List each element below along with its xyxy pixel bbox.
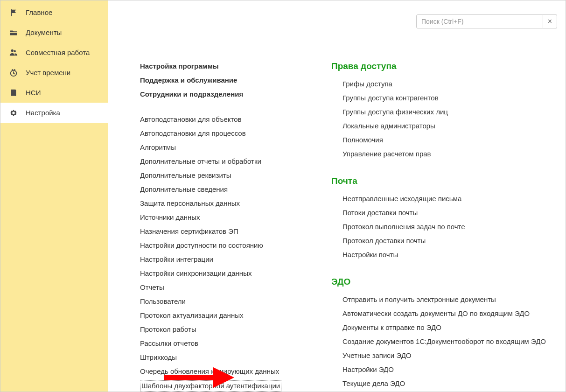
link-item[interactable]: Грифы доступа	[331, 77, 555, 91]
link-item[interactable]: Настройки синхронизации данных	[140, 266, 308, 280]
spacer	[331, 262, 555, 275]
link-item[interactable]: Создание документов 1С:Документооборот п…	[331, 335, 555, 349]
link-item[interactable]: Протокол актуализации данных	[140, 308, 308, 322]
columns: Настройка программы Поддержка и обслужив…	[119, 59, 555, 392]
section-edo[interactable]: ЭДО	[331, 275, 555, 289]
sidebar-item-documents[interactable]: Документы	[0, 22, 108, 42]
link-item[interactable]: Протокол доставки почты	[331, 234, 555, 248]
link-item[interactable]: Учетные записи ЭДО	[331, 349, 555, 363]
link-item[interactable]: Очередь обновления кэширующих данных	[140, 364, 308, 378]
sidebar: Главное Документы Совместная работа Учет…	[0, 0, 108, 392]
link-program-settings[interactable]: Настройка программы	[140, 59, 308, 73]
search-bar: ×	[416, 14, 557, 28]
sidebar-item-label: Настройка	[26, 109, 60, 117]
link-item[interactable]: Дополнительные отчеты и обработки	[140, 154, 308, 168]
link-item[interactable]: Потоки доставки почты	[331, 206, 555, 220]
clock-icon	[9, 68, 18, 77]
link-item[interactable]: Источники данных	[140, 210, 308, 224]
section-mail[interactable]: Почта	[331, 174, 555, 188]
column-left: Настройка программы Поддержка и обслужив…	[140, 59, 308, 392]
link-item[interactable]: Неотправленные исходящие письма	[331, 192, 555, 206]
link-item[interactable]: Группы доступа контрагентов	[331, 91, 555, 105]
sidebar-item-main[interactable]: Главное	[0, 2, 108, 22]
link-item[interactable]: Штрихкоды	[140, 350, 308, 364]
sidebar-item-label: Учет времени	[26, 69, 70, 77]
link-two-factor-templates[interactable]: Шаблоны двухфакторной аутентификации	[140, 380, 281, 392]
sidebar-item-collaboration[interactable]: Совместная работа	[0, 42, 108, 63]
link-item[interactable]: Пользователи	[140, 294, 308, 308]
sidebar-item-label: Главное	[26, 8, 52, 16]
app-frame: Главное Документы Совместная работа Учет…	[0, 0, 566, 392]
link-item[interactable]: Отчеты	[140, 280, 308, 294]
link-item[interactable]: Документы к отправке по ЭДО	[331, 321, 555, 335]
link-item[interactable]: Автоматически создать документы ДО по вх…	[331, 307, 555, 321]
link-item[interactable]: Алгоритмы	[140, 140, 308, 154]
link-item[interactable]: Отправить и получить электронные докумен…	[331, 293, 555, 307]
link-item[interactable]: Автоподстановки для процессов	[140, 126, 308, 140]
link-item[interactable]: Протокол выполнения задач по почте	[331, 220, 555, 234]
link-item[interactable]: Настройки почты	[331, 248, 555, 262]
spacer	[331, 161, 555, 174]
link-item[interactable]: Настройки ЭДО	[331, 363, 555, 377]
link-item[interactable]: Полномочия	[331, 133, 555, 147]
link-item[interactable]: Текущие дела ЭДО	[331, 377, 555, 391]
link-employees[interactable]: Сотрудники и подразделения	[140, 87, 308, 101]
link-item[interactable]: Локальные администраторы	[331, 119, 555, 133]
link-item[interactable]: Протокол работы	[140, 322, 308, 336]
sidebar-item-label: Совместная работа	[26, 49, 90, 56]
link-item[interactable]: Дополнительные реквизиты	[140, 168, 308, 182]
section-access-rights[interactable]: Права доступа	[331, 59, 555, 73]
link-item[interactable]: Защита персональных данных	[140, 196, 308, 210]
folder-icon	[9, 28, 18, 37]
sidebar-item-settings[interactable]: Настройка	[0, 103, 108, 123]
link-item[interactable]: Автоподстановки для объектов	[140, 112, 308, 126]
clear-search-button[interactable]: ×	[543, 14, 557, 28]
book-icon	[9, 88, 18, 98]
people-icon	[9, 48, 18, 57]
flag-icon	[9, 8, 18, 17]
sidebar-item-timesheet[interactable]: Учет времени	[0, 63, 108, 83]
link-item[interactable]: Рассылки отчетов	[140, 336, 308, 350]
link-support[interactable]: Поддержка и обслуживание	[140, 73, 308, 87]
link-item[interactable]: Группы доступа физических лиц	[331, 105, 555, 119]
sidebar-item-nsi[interactable]: НСИ	[0, 83, 108, 103]
spacer	[140, 101, 308, 112]
close-icon: ×	[548, 18, 552, 25]
column-right: Права доступа Грифы доступа Группы досту…	[331, 59, 555, 392]
sidebar-item-label: Документы	[26, 28, 62, 36]
link-item[interactable]: Настройки интеграции	[140, 252, 308, 266]
search-input[interactable]	[416, 14, 543, 28]
sidebar-item-label: НСИ	[26, 89, 41, 97]
gear-icon	[9, 108, 18, 118]
link-item[interactable]: Управление расчетом прав	[331, 147, 555, 161]
link-item[interactable]: Настройки доступности по состоянию	[140, 238, 308, 252]
link-item[interactable]: Дополнительные сведения	[140, 182, 308, 196]
main-content: × Настройка программы Поддержка и обслуж…	[108, 0, 566, 392]
link-item[interactable]: Назначения сертификатов ЭП	[140, 224, 308, 238]
